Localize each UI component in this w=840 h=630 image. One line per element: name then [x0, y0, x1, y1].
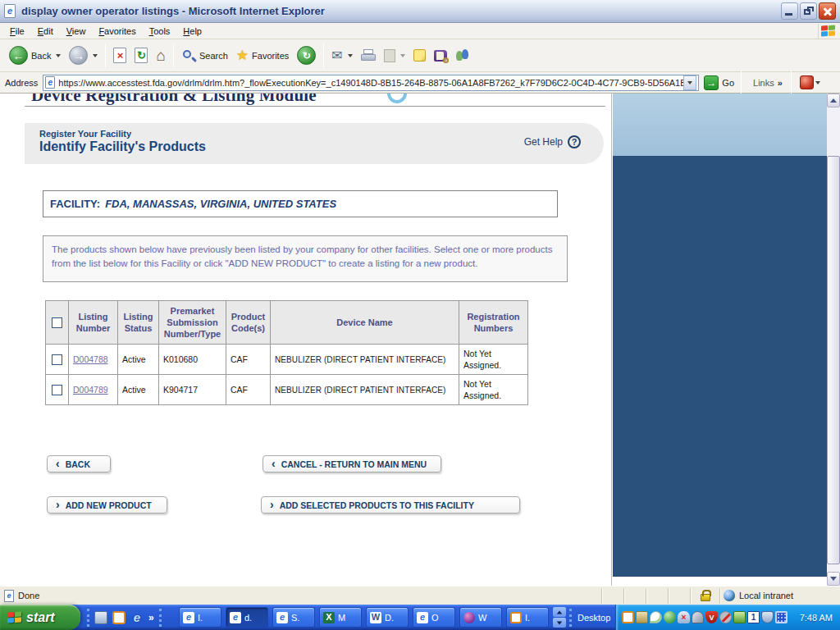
url-text[interactable]: https://www.accesstest.fda.gov/drlm/drlm…: [58, 78, 683, 88]
facility-value: FDA, MANASSAS, VIRGINIA, UNITED STATES: [105, 198, 336, 210]
tray-update-icon[interactable]: [733, 611, 746, 623]
browser-extension-icon[interactable]: [800, 75, 814, 89]
edit-button[interactable]: [380, 42, 409, 70]
tray-clock-icon[interactable]: [622, 611, 634, 623]
go-button[interactable]: → Go: [704, 75, 734, 90]
task-button-clock-app[interactable]: I.: [506, 607, 549, 628]
status-text: Done: [18, 591, 39, 600]
task-scroll-control[interactable]: [553, 607, 566, 628]
task-button-ie-active[interactable]: e d.: [226, 607, 268, 628]
links-label[interactable]: Links: [753, 78, 774, 88]
excel-icon: X: [323, 612, 335, 623]
vertical-scrollbar[interactable]: [827, 94, 840, 586]
tray-key-icon[interactable]: [692, 611, 704, 623]
minimize-button[interactable]: [781, 2, 798, 20]
scroll-down-button[interactable]: [827, 572, 840, 586]
menu-tools[interactable]: Tools: [143, 24, 177, 39]
tray-one-icon[interactable]: 1: [747, 611, 760, 623]
desktop-toolbar: Desktop »: [569, 605, 622, 630]
quick-launch-overflow-icon[interactable]: »: [148, 612, 154, 623]
page-side-panel: [613, 94, 827, 586]
menu-favorites[interactable]: Favorites: [92, 24, 142, 39]
extension-dropdown-icon[interactable]: [815, 81, 820, 84]
mail-button[interactable]: ✉: [327, 42, 356, 70]
address-dropdown-button[interactable]: [683, 75, 696, 90]
select-all-checkbox[interactable]: [52, 317, 62, 328]
col-premarket: Premarket Submission Number/Type: [159, 301, 226, 345]
restore-button[interactable]: [800, 2, 817, 20]
tray-display-icon[interactable]: [775, 611, 788, 623]
ie-icon: e: [183, 612, 194, 623]
links-chevron-icon[interactable]: »: [778, 78, 783, 88]
stop-button[interactable]: ×: [109, 42, 130, 70]
refresh-button[interactable]: ↻: [130, 42, 152, 70]
start-button[interactable]: start: [0, 605, 80, 630]
task-button-word[interactable]: W D.: [366, 607, 409, 628]
scroll-up-button[interactable]: [827, 94, 840, 107]
menu-file[interactable]: File: [3, 24, 31, 39]
menu-view[interactable]: View: [60, 24, 93, 39]
toolbar-separator: [323, 43, 324, 68]
favorites-button[interactable]: ★ Favorites: [232, 42, 294, 70]
taskbar-clock[interactable]: 7:48 AM: [800, 613, 833, 623]
address-input[interactable]: e https://www.accesstest.fda.gov/drlm/dr…: [43, 75, 699, 91]
discuss-icon: [413, 49, 426, 62]
browser-toolbar: ← Back → × ↻ ⌂ Search ★ Favorites ↻ ✉: [0, 39, 840, 72]
menu-edit[interactable]: Edit: [31, 24, 60, 39]
quick-launch-clock-icon[interactable]: [112, 611, 126, 624]
get-help-label: Get Help: [524, 136, 563, 148]
task-scroll-down-button[interactable]: [553, 618, 566, 628]
tray-security-shield-icon[interactable]: [761, 611, 774, 623]
scrollbar-thumb[interactable]: [827, 156, 840, 564]
listing-number-link[interactable]: D004788: [73, 354, 108, 364]
tray-green-ball-icon[interactable]: [664, 611, 676, 623]
search-label: Search: [199, 51, 228, 61]
back-page-button[interactable]: ‹ BACK: [47, 455, 111, 472]
get-help-link[interactable]: Get Help ?: [524, 135, 581, 148]
search-button[interactable]: Search: [177, 42, 232, 70]
print-button[interactable]: [357, 42, 380, 70]
task-scroll-up-button[interactable]: [553, 607, 566, 617]
tray-user-offline-icon[interactable]: ×: [678, 611, 690, 623]
forward-button[interactable]: →: [65, 42, 102, 70]
tray-app-icon[interactable]: [636, 611, 648, 623]
listing-number-link[interactable]: D004789: [73, 385, 108, 395]
task-button-ie-2[interactable]: e S.: [272, 607, 315, 628]
help-icon[interactable]: ?: [568, 135, 581, 148]
home-button[interactable]: ⌂: [152, 42, 169, 70]
task-button-app[interactable]: W: [459, 607, 502, 628]
tray-antivirus-shield-icon[interactable]: V: [705, 611, 718, 623]
desktop-label[interactable]: Desktop: [578, 613, 610, 623]
add-new-product-button[interactable]: › ADD NEW PRODUCT: [47, 496, 167, 514]
task-button-excel[interactable]: X M: [319, 607, 362, 628]
tray-messenger-icon[interactable]: [650, 611, 662, 623]
back-dropdown-icon[interactable]: [56, 54, 61, 57]
tray-blocked-icon[interactable]: [719, 611, 732, 623]
menu-help[interactable]: Help: [176, 24, 208, 39]
toolbar-grip[interactable]: [159, 609, 162, 627]
quick-launch-ie-icon[interactable]: e: [130, 611, 144, 624]
messenger-button[interactable]: [451, 42, 476, 70]
back-button[interactable]: ← Back: [5, 42, 65, 70]
close-button[interactable]: [819, 2, 836, 20]
task-button-ie-1[interactable]: e I.: [179, 607, 221, 628]
add-selected-products-button[interactable]: › ADD SELECTED PRODUCTS TO THIS FACILITY: [261, 496, 520, 514]
discuss-button[interactable]: [409, 42, 430, 70]
toolbar-grip[interactable]: [87, 609, 89, 627]
edit-dropdown-icon[interactable]: [400, 54, 405, 57]
task-button-ie-3[interactable]: e O: [413, 607, 455, 628]
toolbar-grip[interactable]: [569, 609, 572, 627]
mail-dropdown-icon[interactable]: [348, 54, 353, 57]
edit-icon: [384, 49, 395, 62]
cancel-button[interactable]: ‹ CANCEL - RETURN TO MAIN MENU: [262, 455, 441, 472]
facility-label: FACILITY:: [50, 198, 100, 210]
forward-dropdown-icon[interactable]: [93, 54, 98, 57]
row-checkbox[interactable]: [52, 385, 62, 395]
windows-logo-icon: [818, 24, 838, 39]
address-bar: Address e https://www.accesstest.fda.gov…: [0, 72, 840, 94]
row-checkbox[interactable]: [52, 354, 62, 365]
research-button[interactable]: [430, 42, 451, 70]
history-icon: ↻: [297, 46, 316, 65]
history-button[interactable]: ↻: [293, 42, 320, 70]
quick-launch-app-icon[interactable]: [94, 611, 107, 624]
